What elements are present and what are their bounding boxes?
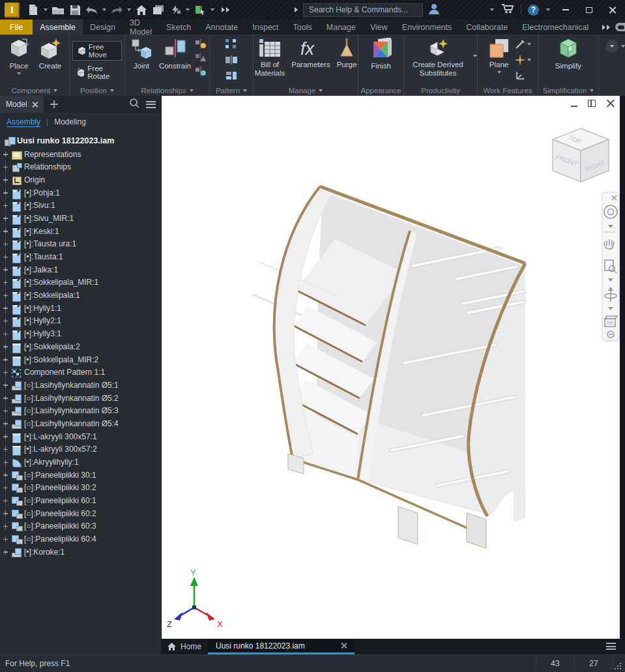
work-ucs-icon[interactable]	[515, 70, 531, 81]
constrain-button[interactable]: Constrain	[156, 37, 194, 70]
tab-overflow-icon[interactable]	[602, 25, 610, 30]
close-button[interactable]	[604, 2, 621, 18]
ribbon-tab[interactable]: Manage	[319, 20, 363, 35]
expander-icon[interactable]	[2, 279, 9, 286]
expander-icon[interactable]	[2, 214, 9, 222]
tree-item[interactable]: [•]:Hylly3:1	[0, 327, 161, 340]
help-dropdown[interactable]	[545, 5, 551, 15]
create-button[interactable]: Create	[35, 37, 65, 70]
create-derived-substitutes-button[interactable]: Create Derived Substitutes	[404, 37, 472, 78]
expander-icon[interactable]	[2, 343, 9, 350]
tree-item[interactable]: Representations	[0, 148, 161, 161]
document-tab-close-icon[interactable]	[341, 643, 347, 649]
expander-icon[interactable]	[2, 356, 9, 363]
tree-item[interactable]: [•]:L-akryyli 300x57:2	[0, 443, 161, 456]
document-tabs-menu-icon[interactable]	[606, 643, 616, 650]
ribbon-tab[interactable]: Tools	[286, 20, 319, 35]
tree-item[interactable]: Origin	[0, 173, 161, 186]
expander-icon[interactable]	[2, 394, 9, 402]
view-cube[interactable]: TOP FRONT RIGHT	[553, 128, 609, 182]
tree-item[interactable]: [•]:Koroke:1	[0, 546, 161, 559]
tree-item[interactable]: [○]:Paneelipiikki 60:1	[0, 494, 161, 507]
subtab-modeling[interactable]: Modeling	[54, 117, 86, 126]
save-icon[interactable]	[68, 3, 82, 17]
redo-dropdown[interactable]	[126, 5, 132, 15]
component-dropdown[interactable]	[210, 5, 215, 15]
doc-restore-icon[interactable]	[588, 100, 596, 107]
place-button[interactable]: Place	[4, 37, 34, 75]
ribbon-collapse-dropdown[interactable]	[621, 45, 625, 48]
tree-item[interactable]: [•]:L-akryyli 300x57:1	[0, 430, 161, 443]
expander-icon[interactable]	[2, 164, 9, 171]
group-label-manage[interactable]: Manage	[254, 85, 358, 96]
hide-relationships-icon[interactable]	[195, 65, 207, 77]
browser-add-tab-icon[interactable]	[48, 98, 61, 111]
new-file-dropdown[interactable]	[43, 5, 48, 15]
tree-item[interactable]: [•]:Sokkelipala:2	[0, 340, 161, 353]
show-sick-relationships-icon[interactable]	[195, 51, 207, 63]
tree-item[interactable]: [•]:Sokkelipala_MIR:1	[0, 276, 161, 289]
free-rotate-button[interactable]: Free Rotate	[72, 63, 122, 81]
document-tab-active[interactable]: Uusi runko 18122023.iam	[208, 639, 355, 654]
expander-icon[interactable]	[2, 497, 9, 504]
group-label-position[interactable]: Position	[70, 85, 124, 96]
signin-dropdown[interactable]	[489, 5, 495, 15]
tree-item[interactable]: [○]:Lasihyllynkannatin Ø5:2	[0, 392, 161, 405]
expander-icon[interactable]	[2, 446, 9, 453]
expander-icon[interactable]	[2, 202, 9, 209]
browser-menu-icon[interactable]	[146, 101, 156, 108]
tree-item[interactable]: [○]:Lasihyllynkannatin Ø5:3	[0, 404, 161, 417]
ribbon-tab[interactable]: Environments	[395, 20, 459, 35]
update-dropdown[interactable]	[185, 5, 190, 15]
expander-icon[interactable]	[2, 459, 9, 466]
tree-item[interactable]: [•]:Akryylihylly:1	[0, 456, 161, 469]
expander-icon[interactable]	[2, 523, 9, 530]
tree-item[interactable]: [•]:Sivu_MIR:1	[0, 212, 161, 225]
browser-tab-close-icon[interactable]	[32, 102, 38, 108]
update-icon[interactable]	[168, 3, 182, 17]
parameters-button[interactable]: fx Parameters	[289, 37, 332, 69]
expander-icon[interactable]	[2, 254, 9, 261]
expander-icon[interactable]	[2, 471, 9, 478]
tree-item[interactable]: [○]:Paneelipiikki 30:1	[0, 469, 161, 482]
expander-icon[interactable]	[2, 292, 9, 299]
expander-icon[interactable]	[2, 484, 9, 491]
undo-icon[interactable]	[85, 3, 99, 17]
undo-dropdown[interactable]	[102, 5, 107, 15]
expander-icon[interactable]	[2, 420, 9, 427]
tree-item[interactable]: Relationships	[0, 160, 161, 173]
plane-button[interactable]: Plane	[485, 37, 514, 74]
search-expand-icon[interactable]	[295, 7, 298, 12]
ribbon-tab[interactable]: Assemble	[33, 20, 83, 35]
group-label-relationships[interactable]: Relationships	[125, 85, 209, 96]
tree-item[interactable]: Uusi runko 18122023.iam	[0, 134, 161, 147]
home-view-icon[interactable]	[134, 3, 149, 17]
doc-close-icon[interactable]	[606, 99, 615, 108]
free-move-button[interactable]: Free Move	[72, 41, 122, 61]
pattern-component-icon[interactable]	[224, 38, 239, 52]
new-window-icon[interactable]	[151, 3, 166, 17]
expander-icon[interactable]	[2, 381, 9, 388]
tree-item[interactable]: [○]:Lasihyllynkannatin Ø5:1	[0, 379, 161, 392]
redo-icon[interactable]	[109, 3, 124, 17]
qat-overflow-icon[interactable]	[222, 7, 229, 12]
expander-icon[interactable]	[2, 317, 9, 325]
expander-icon[interactable]	[2, 227, 9, 235]
search-input[interactable]	[303, 3, 423, 17]
new-file-icon[interactable]	[26, 3, 40, 17]
ribbon-tab[interactable]: Collaborate	[459, 20, 515, 35]
browser-search-icon[interactable]	[129, 98, 139, 111]
tree-item[interactable]: [•]:Hylly1:1	[0, 302, 161, 315]
expander-icon[interactable]	[2, 151, 9, 158]
tree-item[interactable]: [•]:Tausta ura:1	[0, 238, 161, 251]
expander-icon[interactable]	[2, 369, 9, 376]
tree-item[interactable]: [•]:Hylly2:1	[0, 315, 161, 328]
browser-tab-model[interactable]: Model	[0, 96, 44, 113]
expander-icon[interactable]	[2, 536, 9, 543]
tree-item[interactable]: [•]:Sokkelipala:1	[0, 289, 161, 302]
joint-button[interactable]: Joint	[128, 37, 155, 70]
ribbon-tab[interactable]: 3D Model	[123, 20, 159, 35]
home-tab[interactable]: Home	[162, 639, 208, 654]
expander-icon[interactable]	[2, 176, 9, 183]
tree-item[interactable]: [•]:Jalka:1	[0, 263, 161, 276]
